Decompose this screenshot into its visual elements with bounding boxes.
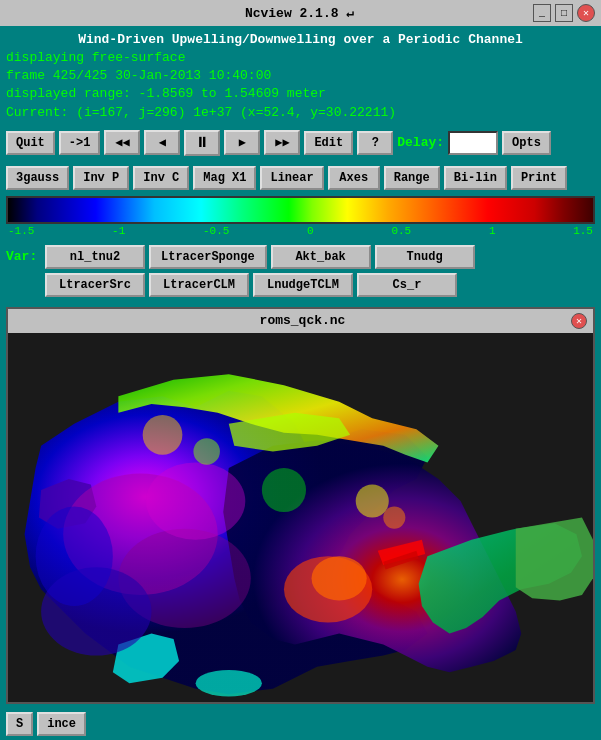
app-window: Wind-Driven Upwelling/Downwelling over a… [0, 26, 601, 740]
info-line-2: frame 425/425 30-Jan-2013 10:40:00 [6, 67, 595, 85]
var-ltracersponge[interactable]: LtracerSponge [149, 245, 267, 269]
gradient-labels: -1.5 -1 -0.5 0 0.5 1 1.5 [6, 225, 595, 237]
rewind-button[interactable]: ◀ [144, 130, 180, 155]
print-button[interactable]: Print [511, 166, 567, 190]
svg-point-9 [356, 484, 389, 517]
gradient-label-3: 0 [307, 225, 314, 237]
var-row-1: Var: nl_tnu2 LtracerSponge Akt_bak Tnudg [6, 245, 595, 269]
info-line-3: displayed range: -1.8569 to 1.54609 mete… [6, 85, 595, 103]
bottom-btn-2[interactable]: ince [37, 712, 86, 736]
window-controls[interactable]: _ □ ✕ [533, 4, 595, 22]
minimize-button[interactable]: _ [533, 4, 551, 22]
gradient-bar [6, 196, 595, 224]
maximize-button[interactable]: □ [555, 4, 573, 22]
linear-button[interactable]: Linear [260, 166, 323, 190]
forward-fast-button[interactable]: ▶▶ [264, 130, 300, 155]
close-button[interactable]: ✕ [577, 4, 595, 22]
var-section: Var: nl_tnu2 LtracerSponge Akt_bak Tnudg… [0, 239, 601, 303]
var-row-2: LtracerSrc LtracerCLM LnudgeTCLM Cs_r [6, 273, 595, 297]
delay-label: Delay: [397, 135, 444, 150]
mag-x1-button[interactable]: Mag X1 [193, 166, 256, 190]
var-tnudg[interactable]: Tnudg [375, 245, 475, 269]
quit-button[interactable]: Quit [6, 131, 55, 155]
svg-point-8 [196, 670, 262, 696]
rewind-fast-button[interactable]: ◀◀ [104, 130, 140, 155]
svg-point-11 [262, 468, 306, 512]
var-ltracersrc[interactable]: LtracerSrc [45, 273, 145, 297]
var-label: Var: [6, 249, 41, 264]
bottom-btn-1[interactable]: S [6, 712, 33, 736]
goto1-button[interactable]: ->1 [59, 131, 101, 155]
inv-c-button[interactable]: Inv C [133, 166, 189, 190]
inv-p-button[interactable]: Inv P [73, 166, 129, 190]
axes-button[interactable]: Axes [328, 166, 380, 190]
bottom-bar: S ince [0, 708, 601, 740]
delay-input[interactable] [448, 131, 498, 155]
svg-point-4 [312, 556, 367, 600]
var-lnudgetclm[interactable]: LnudgeTCLM [253, 273, 353, 297]
var-ltracerclm[interactable]: LtracerCLM [149, 273, 249, 297]
gradient-label-6: 1.5 [573, 225, 593, 237]
bi-lin-button[interactable]: Bi-lin [444, 166, 507, 190]
subtitle: Wind-Driven Upwelling/Downwelling over a… [6, 30, 595, 49]
svg-point-7 [146, 462, 245, 539]
var-akt-bak[interactable]: Akt_bak [271, 245, 371, 269]
colormap-row: 3gauss Inv P Inv C Mag X1 Linear Axes Ra… [0, 162, 601, 194]
info-line-4: Current: (i=167, j=296) 1e+37 (x=52.4, y… [6, 104, 595, 122]
edit-button[interactable]: Edit [304, 131, 353, 155]
svg-point-13 [193, 438, 219, 464]
gradient-label-5: 1 [489, 225, 496, 237]
gradient-label-4: 0.5 [391, 225, 411, 237]
pause-button[interactable]: ⏸ [184, 130, 220, 156]
svg-point-10 [383, 506, 405, 528]
map-area [8, 333, 593, 702]
forward-button[interactable]: ▶ [224, 130, 260, 155]
map-visualization [8, 333, 593, 702]
info-line-1: displaying free-surface [6, 49, 595, 67]
gradient-label-0: -1.5 [8, 225, 34, 237]
control-bar: Quit ->1 ◀◀ ◀ ⏸ ▶ ▶▶ Edit ? Delay: Opts [0, 124, 601, 162]
title-bar: Ncview 2.1.8 ↵ _ □ ✕ [0, 0, 601, 26]
gradient-container: -1.5 -1 -0.5 0 0.5 1 1.5 [6, 196, 595, 237]
info-bar: Wind-Driven Upwelling/Downwelling over a… [0, 26, 601, 124]
data-window-close-button[interactable]: ✕ [571, 313, 587, 329]
gradient-label-2: -0.5 [203, 225, 229, 237]
app-title: Ncview 2.1.8 ↵ [66, 5, 533, 21]
var-nl-tnu2[interactable]: nl_tnu2 [45, 245, 145, 269]
range-button[interactable]: Range [384, 166, 440, 190]
data-window: roms_qck.nc ✕ [6, 307, 595, 704]
svg-point-12 [143, 415, 183, 455]
gauss3-button[interactable]: 3gauss [6, 166, 69, 190]
data-window-title: roms_qck.nc [34, 313, 571, 328]
help-button[interactable]: ? [357, 131, 393, 155]
data-window-titlebar: roms_qck.nc ✕ [8, 309, 593, 333]
svg-point-6 [36, 506, 113, 605]
gradient-label-1: -1 [112, 225, 125, 237]
var-cs-r[interactable]: Cs_r [357, 273, 457, 297]
opts-button[interactable]: Opts [502, 131, 551, 155]
